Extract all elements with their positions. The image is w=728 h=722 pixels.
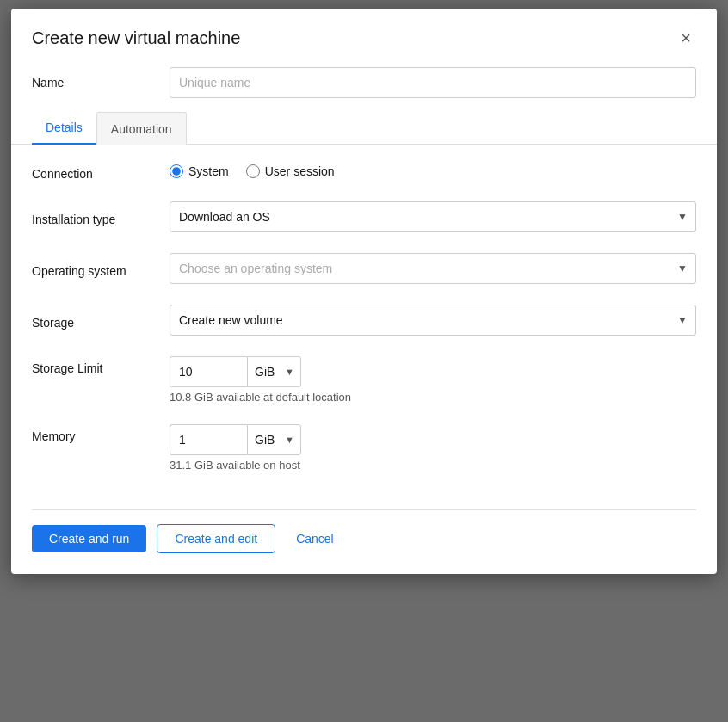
storage-limit-unit-wrapper: MiB GiB TiB ▼ <box>247 356 301 387</box>
memory-row: Memory MiB GiB ▼ 31.1 GiB available on h… <box>32 424 696 472</box>
memory-input[interactable] <box>170 424 247 455</box>
installation-type-content: Download an OS Local install media Netwo… <box>170 201 696 232</box>
connection-label: Connection <box>32 162 170 181</box>
connection-radio-group: System User session <box>170 164 696 178</box>
storage-limit-unit-select[interactable]: MiB GiB TiB <box>247 356 301 387</box>
memory-inputs: MiB GiB ▼ <box>170 424 696 455</box>
connection-system-option[interactable]: System <box>170 164 229 178</box>
connection-user-session-option[interactable]: User session <box>246 164 335 178</box>
storage-limit-hint: 10.8 GiB available at default location <box>170 391 696 404</box>
memory-content: MiB GiB ▼ 31.1 GiB available on host <box>170 424 696 472</box>
tab-automation[interactable]: Automation <box>96 112 187 145</box>
tab-details[interactable]: Details <box>32 112 96 145</box>
operating-system-select[interactable]: Choose an operating system <box>170 253 696 284</box>
operating-system-select-wrapper: Choose an operating system ▼ <box>170 253 696 284</box>
operating-system-row: Operating system Choose an operating sys… <box>32 253 696 284</box>
installation-type-label: Installation type <box>32 207 170 226</box>
connection-content: System User session <box>170 164 696 178</box>
connection-system-radio[interactable] <box>170 164 183 178</box>
storage-row: Storage Create new volume Select or crea… <box>32 305 696 336</box>
dialog-header: Create new virtual machine × <box>11 9 717 64</box>
memory-unit-wrapper: MiB GiB ▼ <box>247 424 301 455</box>
storage-limit-content: MiB GiB TiB ▼ 10.8 GiB available at defa… <box>170 356 696 404</box>
create-and-run-button[interactable]: Create and run <box>32 525 146 552</box>
tabs-container: Details Automation <box>11 112 717 145</box>
dialog-title: Create new virtual machine <box>32 28 240 48</box>
connection-user-session-label: User session <box>265 164 335 178</box>
name-label: Name <box>32 76 170 89</box>
storage-limit-row: Storage Limit MiB GiB TiB ▼ <box>32 356 696 404</box>
installation-type-select-wrapper: Download an OS Local install media Netwo… <box>170 201 696 232</box>
dialog-footer: Create and run Create and edit Cancel <box>11 510 717 574</box>
storage-limit-input[interactable] <box>170 356 247 387</box>
connection-user-session-radio[interactable] <box>246 164 260 178</box>
storage-content: Create new volume Select or create custo… <box>170 305 696 336</box>
storage-select[interactable]: Create new volume Select or create custo… <box>170 305 696 336</box>
close-button[interactable]: × <box>676 26 696 50</box>
storage-select-wrapper: Create new volume Select or create custo… <box>170 305 696 336</box>
name-input[interactable] <box>170 67 696 98</box>
storage-label: Storage <box>32 311 170 330</box>
storage-limit-label: Storage Limit <box>32 356 170 375</box>
operating-system-content: Choose an operating system ▼ <box>170 253 696 284</box>
operating-system-label: Operating system <box>32 259 170 278</box>
connection-system-label: System <box>188 164 229 178</box>
memory-label: Memory <box>32 424 170 443</box>
cancel-button[interactable]: Cancel <box>286 525 344 552</box>
create-and-edit-button[interactable]: Create and edit <box>157 524 275 553</box>
memory-hint: 31.1 GiB available on host <box>170 459 696 472</box>
dialog-overlay: Create new virtual machine × Name Detail… <box>0 0 728 722</box>
connection-row: Connection System User session <box>32 162 696 181</box>
memory-unit-select[interactable]: MiB GiB <box>247 424 301 455</box>
installation-type-row: Installation type Download an OS Local i… <box>32 201 696 232</box>
installation-type-select[interactable]: Download an OS Local install media Netwo… <box>170 201 696 232</box>
name-row: Name <box>11 64 717 112</box>
form-body: Connection System User session <box>11 145 717 509</box>
storage-limit-inputs: MiB GiB TiB ▼ <box>170 356 696 387</box>
create-vm-dialog: Create new virtual machine × Name Detail… <box>11 9 717 574</box>
